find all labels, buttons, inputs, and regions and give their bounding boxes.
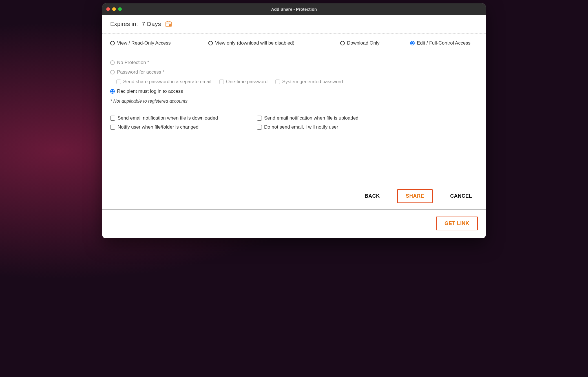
access-radio-label: Edit / Full-Control Access bbox=[417, 40, 470, 46]
zoom-window-button[interactable] bbox=[118, 7, 122, 11]
close-window-button[interactable] bbox=[106, 7, 110, 11]
radio-icon bbox=[340, 41, 345, 45]
expires-label: Expires in: bbox=[110, 21, 138, 27]
traffic-lights bbox=[102, 7, 122, 11]
checkbox-icon bbox=[110, 116, 115, 121]
radio-icon bbox=[110, 41, 115, 45]
checkbox-label: One-time password bbox=[226, 79, 268, 85]
footer-actions: BACK SHARE CANCEL bbox=[102, 133, 486, 210]
protection-option-label: No Protection * bbox=[117, 60, 149, 65]
protection-option-label: Password for access * bbox=[117, 69, 164, 75]
access-radio-view-only[interactable]: View only (download will be disabled) bbox=[208, 40, 327, 46]
radio-icon bbox=[208, 41, 213, 45]
check-notify-uploaded[interactable]: Send email notification when file is upl… bbox=[257, 115, 392, 121]
checkbox-icon bbox=[257, 125, 262, 130]
access-radio-label: View only (download will be disabled) bbox=[215, 40, 294, 46]
checkbox-icon bbox=[116, 80, 121, 84]
password-sub-options: Send share password in a separate email … bbox=[116, 79, 478, 85]
radio-icon bbox=[110, 89, 115, 94]
get-link-button[interactable]: GET LINK bbox=[436, 217, 478, 230]
checkbox-icon bbox=[275, 80, 280, 84]
check-one-time-password: One-time password bbox=[219, 79, 268, 85]
minimize-window-button[interactable] bbox=[112, 7, 116, 11]
checkbox-label: Send share password in a separate email bbox=[123, 79, 211, 85]
check-notify-changed[interactable]: Notify user when file/folder is changed bbox=[110, 124, 246, 130]
notification-section: Send email notification when file is dow… bbox=[102, 109, 486, 133]
access-radio-full-control[interactable]: Edit / Full-Control Access bbox=[410, 40, 478, 46]
back-button[interactable]: BACK bbox=[359, 190, 385, 202]
expires-row: Expires in: 7 Days bbox=[102, 15, 486, 34]
access-radio-download-only[interactable]: Download Only bbox=[340, 40, 397, 46]
checkbox-label: Notify user when file/folder is changed bbox=[118, 124, 198, 130]
protection-radio-password: Password for access * bbox=[110, 69, 478, 75]
protection-footnote: * Not applicable to registered accounts bbox=[110, 99, 478, 104]
check-system-generated-password: System generated password bbox=[275, 79, 343, 85]
checkbox-icon bbox=[219, 80, 224, 84]
access-radio-read-only[interactable]: View / Read-Only Access bbox=[110, 40, 195, 46]
access-radio-label: View / Read-Only Access bbox=[117, 40, 171, 46]
radio-icon bbox=[410, 41, 415, 45]
protection-option-label: Recipient must log in to access bbox=[117, 89, 183, 94]
access-level-row: View / Read-Only Access View only (downl… bbox=[102, 34, 486, 53]
protection-radio-recipient-login[interactable]: Recipient must log in to access bbox=[110, 89, 478, 94]
expires-value: 7 Days bbox=[142, 21, 161, 27]
radio-icon bbox=[110, 70, 115, 74]
checkbox-label: Send email notification when file is dow… bbox=[118, 115, 218, 121]
svg-rect-4 bbox=[169, 24, 171, 25]
check-separate-email: Send share password in a separate email bbox=[116, 79, 211, 85]
dialog-window: Add Share - Protection Expires in: 7 Day… bbox=[102, 3, 486, 238]
protection-radio-no-protection: No Protection * bbox=[110, 60, 478, 65]
check-notify-downloaded[interactable]: Send email notification when file is dow… bbox=[110, 115, 246, 121]
calendar-icon[interactable] bbox=[165, 20, 172, 28]
protection-section: No Protection * Password for access * Se… bbox=[102, 53, 486, 109]
checkbox-label: Send email notification when file is upl… bbox=[264, 115, 359, 121]
title-bar[interactable]: Add Share - Protection bbox=[102, 3, 486, 15]
radio-icon bbox=[110, 60, 115, 65]
check-do-not-send-email[interactable]: Do not send email, I will notify user bbox=[257, 124, 392, 130]
cancel-button[interactable]: CANCEL bbox=[445, 190, 478, 202]
checkbox-icon bbox=[257, 116, 262, 121]
checkbox-label: Do not send email, I will notify user bbox=[264, 124, 338, 130]
footer-link-row: GET LINK bbox=[102, 210, 486, 238]
share-button[interactable]: SHARE bbox=[397, 189, 433, 203]
access-radio-label: Download Only bbox=[347, 40, 379, 46]
window-title: Add Share - Protection bbox=[102, 7, 486, 12]
checkbox-label: System generated password bbox=[282, 79, 343, 85]
checkbox-icon bbox=[110, 125, 115, 130]
